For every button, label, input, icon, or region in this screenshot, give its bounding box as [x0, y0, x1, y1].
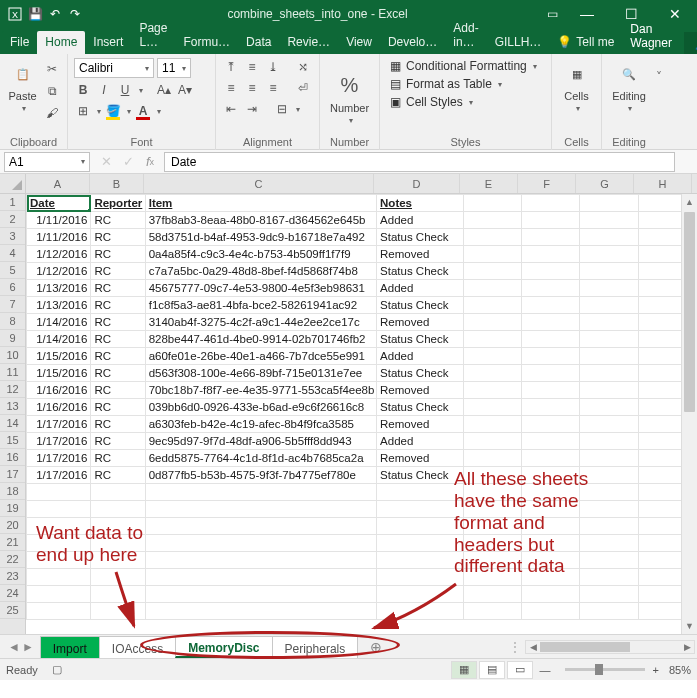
- row-header-8[interactable]: 8: [0, 313, 25, 330]
- view-page-layout-icon[interactable]: ▤: [479, 661, 505, 679]
- cell[interactable]: [521, 535, 579, 552]
- cell[interactable]: [521, 348, 579, 365]
- cell[interactable]: 1/16/2016: [27, 382, 91, 399]
- worksheet-grid[interactable]: DateReporterItemNotes1/11/2016RC37fb8ab3…: [26, 194, 697, 620]
- cancel-formula-icon[interactable]: ✕: [96, 154, 116, 169]
- cell[interactable]: Removed: [377, 382, 464, 399]
- row-header-2[interactable]: 2: [0, 211, 25, 228]
- sheet-tab-peripherals[interactable]: Peripherals: [272, 636, 359, 658]
- tab-gillh[interactable]: GILLH…: [487, 31, 550, 54]
- cell[interactable]: [91, 484, 145, 501]
- cell[interactable]: f1c8f5a3-ae81-4bfa-bce2-58261941ac92: [145, 297, 376, 314]
- cell[interactable]: [521, 501, 579, 518]
- cell[interactable]: [580, 399, 638, 416]
- align-center-icon[interactable]: ≡: [243, 79, 261, 97]
- cell[interactable]: [521, 416, 579, 433]
- decrease-font-icon[interactable]: A▾: [176, 81, 194, 99]
- cell[interactable]: [580, 603, 638, 620]
- row-header-20[interactable]: 20: [0, 517, 25, 534]
- cell[interactable]: [521, 484, 579, 501]
- cell[interactable]: RC: [91, 314, 145, 331]
- zoom-level[interactable]: 85%: [669, 664, 691, 676]
- tab-view[interactable]: View: [338, 31, 380, 54]
- align-middle-icon[interactable]: ≡: [243, 58, 261, 76]
- cell[interactable]: [463, 552, 521, 569]
- cell[interactable]: 1/16/2016: [27, 399, 91, 416]
- horizontal-scrollbar[interactable]: ◀ ▶: [525, 640, 695, 654]
- cell[interactable]: 0d877fb5-b53b-4575-9f3f-7b4775ef780e: [145, 467, 376, 484]
- cell[interactable]: [377, 518, 464, 535]
- cell[interactable]: [580, 297, 638, 314]
- cell[interactable]: Status Check: [377, 263, 464, 280]
- cell[interactable]: [521, 229, 579, 246]
- cell[interactable]: [145, 552, 376, 569]
- conditional-formatting-button[interactable]: ▦Conditional Formatting▾: [386, 58, 539, 74]
- cell[interactable]: [521, 467, 579, 484]
- cell[interactable]: [91, 518, 145, 535]
- row-header-16[interactable]: 16: [0, 449, 25, 466]
- format-painter-icon[interactable]: 🖌: [43, 104, 61, 122]
- row-header-3[interactable]: 3: [0, 228, 25, 245]
- cell[interactable]: Status Check: [377, 365, 464, 382]
- cell[interactable]: [580, 365, 638, 382]
- cell[interactable]: Added: [377, 280, 464, 297]
- cell[interactable]: RC: [91, 263, 145, 280]
- zoom-in-icon[interactable]: +: [653, 664, 659, 676]
- cell[interactable]: RC: [91, 382, 145, 399]
- cell[interactable]: RC: [91, 348, 145, 365]
- merge-icon[interactable]: ⊟: [273, 100, 291, 118]
- tab-data[interactable]: Data: [238, 31, 279, 54]
- cell[interactable]: [377, 501, 464, 518]
- cell[interactable]: [27, 586, 91, 603]
- cell[interactable]: [580, 518, 638, 535]
- cell[interactable]: Removed: [377, 416, 464, 433]
- cell[interactable]: [521, 569, 579, 586]
- cell[interactable]: [377, 586, 464, 603]
- ribbon-options-icon[interactable]: ▭: [545, 7, 559, 21]
- cell[interactable]: [580, 416, 638, 433]
- wrap-text-icon[interactable]: ⏎: [294, 79, 312, 97]
- cell[interactable]: [463, 467, 521, 484]
- copy-icon[interactable]: ⧉: [43, 82, 61, 100]
- cell[interactable]: Removed: [377, 314, 464, 331]
- cell[interactable]: Notes: [377, 195, 464, 212]
- cell[interactable]: [377, 603, 464, 620]
- cell[interactable]: 3140ab4f-3275-4c2f-a9c1-44e2ee2ce17c: [145, 314, 376, 331]
- save-icon[interactable]: 💾: [28, 7, 42, 21]
- font-color-icon[interactable]: A: [134, 102, 152, 120]
- row-header-11[interactable]: 11: [0, 364, 25, 381]
- cell[interactable]: [377, 552, 464, 569]
- italic-button[interactable]: I: [95, 81, 113, 99]
- cell[interactable]: 1/17/2016: [27, 433, 91, 450]
- number-format-button[interactable]: % Number ▾: [329, 70, 371, 125]
- fx-icon[interactable]: fx: [140, 154, 160, 169]
- cell[interactable]: [463, 297, 521, 314]
- cell[interactable]: [580, 314, 638, 331]
- zoom-knob[interactable]: [595, 664, 603, 675]
- undo-icon[interactable]: ↶: [48, 7, 62, 21]
- cell[interactable]: [580, 467, 638, 484]
- cell[interactable]: [580, 552, 638, 569]
- cell[interactable]: 1/11/2016: [27, 229, 91, 246]
- cell[interactable]: [145, 484, 376, 501]
- minimize-button[interactable]: —: [565, 0, 609, 28]
- cell[interactable]: [463, 416, 521, 433]
- cell[interactable]: 1/15/2016: [27, 348, 91, 365]
- cell[interactable]: [145, 586, 376, 603]
- cell[interactable]: [580, 212, 638, 229]
- cells-button[interactable]: ▦ Cells ▾: [558, 58, 595, 113]
- cell[interactable]: [27, 501, 91, 518]
- tab-split-handle[interactable]: ⋮: [505, 640, 525, 654]
- cell[interactable]: [27, 535, 91, 552]
- fill-color-icon[interactable]: 🪣: [104, 102, 122, 120]
- cell[interactable]: RC: [91, 433, 145, 450]
- cell[interactable]: [463, 586, 521, 603]
- cell[interactable]: [580, 501, 638, 518]
- cell[interactable]: [463, 569, 521, 586]
- cell[interactable]: 1/12/2016: [27, 246, 91, 263]
- cell[interactable]: a6303feb-b42e-4c19-afec-8b4f9fca3585: [145, 416, 376, 433]
- cell[interactable]: [521, 365, 579, 382]
- cell[interactable]: [463, 365, 521, 382]
- cell[interactable]: RC: [91, 467, 145, 484]
- cell[interactable]: [27, 603, 91, 620]
